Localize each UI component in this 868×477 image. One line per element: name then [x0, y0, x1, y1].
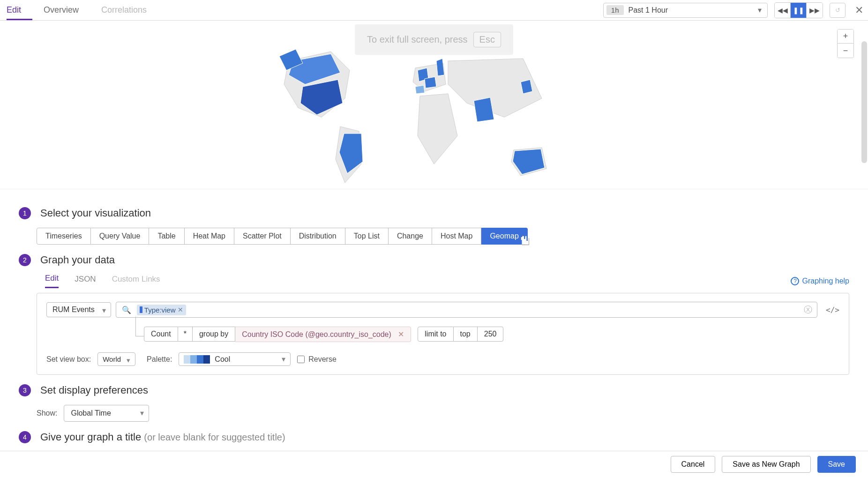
limit-direction[interactable]: top: [454, 327, 478, 342]
limit-count[interactable]: 250: [478, 327, 504, 342]
tab-correlations: Correlations: [101, 0, 158, 20]
pause-button[interactable]: ❚❚: [791, 3, 807, 18]
viz-distribution[interactable]: Distribution: [291, 228, 345, 245]
step-4-hint: (or leave blank for suggested title): [144, 432, 285, 442]
remove-tag-icon[interactable]: ✕: [178, 306, 183, 313]
time-play-controls: ◀◀ ❚❚ ▶▶: [774, 2, 823, 18]
top-bar: Edit Overview Correlations 1h Past 1 Hou…: [0, 0, 868, 21]
group-by-value[interactable]: Country ISO Code (@geo.country_iso_code)…: [235, 327, 411, 342]
clear-filters-icon[interactable]: ⓧ: [802, 304, 814, 315]
subtab-edit[interactable]: Edit: [45, 274, 59, 288]
reverse-checkbox-input[interactable]: [297, 356, 305, 363]
show-dropdown[interactable]: Global Time: [64, 405, 149, 422]
reverse-checkbox[interactable]: Reverse: [297, 355, 337, 364]
view-box-dropdown[interactable]: World: [97, 352, 135, 366]
chevron-down-icon: ▾: [752, 6, 767, 15]
step-2-title: Graph your data: [40, 254, 115, 266]
filter-tag-label: Type:view: [144, 306, 176, 314]
query-card: RUM Events 🔍 Type:view ✕ ⓧ </> Count * g…: [37, 293, 849, 375]
subtab-json[interactable]: JSON: [75, 275, 96, 288]
viz-top-list[interactable]: Top List: [345, 228, 389, 245]
group-by-label: group by: [193, 327, 235, 342]
scrollbar[interactable]: [861, 41, 867, 163]
filter-tag[interactable]: Type:view ✕: [137, 305, 186, 315]
step-4-header: 4 Give your graph a title (or leave blan…: [19, 431, 849, 443]
step-3-badge: 3: [19, 384, 31, 396]
viz-table[interactable]: Table: [149, 228, 184, 245]
step-2-badge: 2: [19, 254, 31, 266]
search-icon: 🔍: [119, 306, 134, 314]
aggregation-dropdown[interactable]: Count: [144, 327, 178, 342]
aggregation-of[interactable]: *: [178, 327, 193, 342]
graph-preview: To exit full screen, press Esc + −: [0, 21, 868, 189]
step-1-title: Select your visualization: [40, 207, 151, 219]
editor-content: 1 Select your visualization Timeseries Q…: [0, 189, 868, 477]
viz-timeseries[interactable]: Timeseries: [37, 228, 91, 245]
query-filter-input[interactable]: 🔍 Type:view ✕ ⓧ: [116, 302, 817, 318]
save-button[interactable]: Save: [817, 456, 856, 473]
time-range-label: Past 1 Hour: [629, 6, 752, 15]
show-label: Show:: [37, 409, 57, 417]
viz-geomap[interactable]: Geomap: [481, 228, 527, 245]
step-1-badge: 1: [19, 207, 31, 219]
zoom-in-button[interactable]: +: [838, 30, 853, 44]
step-4-title-text: Give your graph a title: [40, 431, 144, 443]
undo-button: ↺: [830, 3, 846, 18]
step-3-title: Set display preferences: [40, 384, 148, 396]
help-link-label: Graphing help: [802, 277, 849, 285]
viz-host-map[interactable]: Host Map: [432, 228, 481, 245]
limit-to-label: limit to: [418, 327, 453, 342]
step-back-button[interactable]: ◀◀: [775, 3, 791, 18]
graph-subtabs: Edit JSON Custom Links ? Graphing help: [45, 274, 849, 288]
zoom-out-button[interactable]: −: [838, 44, 853, 58]
cancel-button[interactable]: Cancel: [671, 456, 716, 473]
step-4-title: Give your graph a title (or leave blank …: [40, 431, 285, 443]
step-2-header: 2 Graph your data: [19, 254, 849, 266]
step-4-badge: 4: [19, 431, 31, 443]
reverse-checkbox-label: Reverse: [308, 355, 337, 364]
time-range-picker[interactable]: 1h Past 1 Hour ▾: [603, 3, 768, 18]
subtab-custom-links: Custom Links: [112, 275, 160, 288]
map-zoom-controls: + −: [837, 29, 854, 58]
step-3-header: 3 Set display preferences: [19, 384, 849, 396]
footer-bar: Cancel Save as New Graph Save: [0, 451, 868, 477]
palette-value: Cool: [215, 355, 230, 364]
tab-edit[interactable]: Edit: [7, 0, 32, 20]
tab-overview[interactable]: Overview: [44, 0, 90, 20]
remove-groupby-icon[interactable]: ✕: [398, 330, 404, 338]
viz-change[interactable]: Change: [389, 228, 432, 245]
palette-swatch-icon: [184, 355, 210, 364]
tag-color-icon: [140, 306, 142, 313]
geomap[interactable]: [261, 42, 607, 199]
graphing-help-link[interactable]: ? Graphing help: [791, 277, 849, 285]
viz-query-value[interactable]: Query Value: [91, 228, 150, 245]
visualization-picker: Timeseries Query Value Table Heat Map Sc…: [37, 228, 849, 245]
step-1-header: 1 Select your visualization: [19, 207, 849, 219]
viz-heat-map[interactable]: Heat Map: [185, 228, 234, 245]
close-icon[interactable]: ✕: [852, 4, 866, 16]
data-source-dropdown[interactable]: RUM Events: [46, 302, 111, 317]
view-box-label: Set view box:: [46, 355, 91, 364]
query-branch-decoration: [135, 317, 144, 336]
save-as-new-button[interactable]: Save as New Graph: [722, 456, 810, 473]
group-by-tag-label: Country ISO Code (@geo.country_iso_code): [242, 330, 391, 338]
palette-label: Palette:: [147, 355, 172, 364]
time-range-badge: 1h: [606, 5, 624, 15]
code-toggle-icon[interactable]: </>: [826, 306, 839, 314]
viz-scatter-plot[interactable]: Scatter Plot: [234, 228, 291, 245]
help-icon: ?: [791, 277, 799, 285]
palette-dropdown[interactable]: Cool: [179, 352, 291, 366]
step-forward-button[interactable]: ▶▶: [807, 3, 823, 18]
